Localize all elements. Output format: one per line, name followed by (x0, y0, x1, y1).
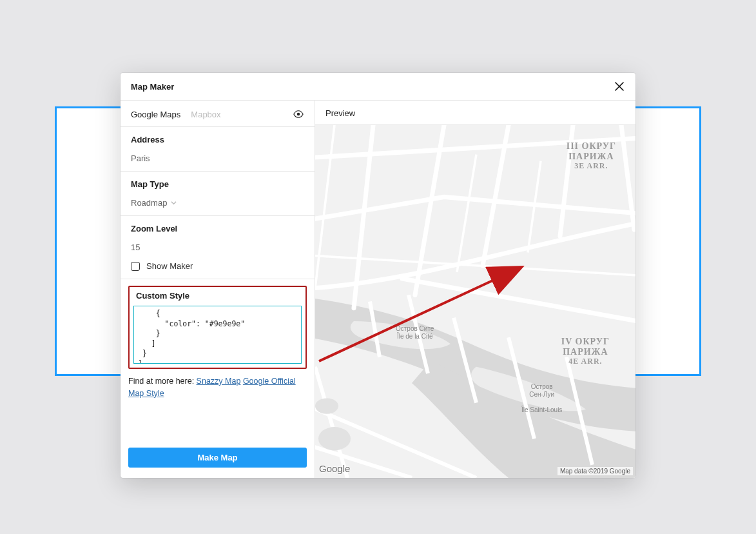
find-more-text: Find at more here: Snazzy Map Google Off… (128, 375, 307, 400)
preview-label: Preview (315, 101, 635, 125)
district-4-label: IV ОКРУГ ПАРИЖА 4E ARR. (561, 337, 610, 366)
dialog-title: Map Maker (131, 82, 174, 92)
dialog-header: Map Maker (121, 73, 635, 101)
tab-mapbox[interactable]: Mapbox (191, 110, 220, 119)
tabs-row: Google Maps Mapbox (121, 101, 315, 127)
custom-style-highlight: Custom Style { "color": "#9e9e9e" } ] } … (128, 286, 307, 369)
zoom-value[interactable]: 15 (131, 242, 304, 252)
find-more-prefix: Find at more here: (128, 377, 197, 386)
map-type-label: Map Type (131, 179, 304, 189)
ile-de-la-cite-label: Остров Сите Île de la Cité (396, 325, 434, 341)
custom-style-textarea[interactable]: { "color": "#9e9e9e" } ] } ] (133, 306, 302, 364)
show-marker-checkbox[interactable] (131, 262, 140, 271)
map-maker-dialog: Map Maker Google Maps Mapbox Address Par… (121, 73, 635, 478)
map-attribution: Map data ©2019 Google (557, 467, 633, 475)
svg-point-2 (318, 427, 351, 450)
section-map-type: Map Type Roadmap (121, 172, 315, 216)
link-snazzy-map[interactable]: Snazzy Map (197, 377, 241, 386)
preview-pane: Preview (315, 101, 635, 478)
google-logo: Google (319, 463, 350, 474)
preview-toggle-icon[interactable] (293, 108, 304, 120)
chevron-down-icon (171, 200, 177, 206)
svg-point-0 (297, 113, 300, 116)
map-type-value: Roadmap (131, 198, 167, 208)
close-icon (615, 82, 624, 91)
sidebar: Google Maps Mapbox Address Paris Map Typ… (121, 101, 315, 478)
svg-point-3 (315, 398, 338, 413)
section-zoom: Zoom Level 15 Show Maker (121, 216, 315, 279)
zoom-label: Zoom Level (131, 224, 304, 233)
address-label: Address (131, 135, 304, 144)
section-address: Address Paris (121, 127, 315, 172)
map-type-select[interactable]: Roadmap (131, 198, 304, 208)
map-canvas[interactable]: ІІІ ОКРУГ ПАРИЖА 3E ARR. IV ОКРУГ ПАРИЖА… (315, 125, 635, 478)
close-button[interactable] (614, 81, 625, 92)
map-svg (315, 125, 635, 478)
tab-google-maps[interactable]: Google Maps (131, 110, 180, 119)
custom-style-block: Custom Style { "color": "#9e9e9e" } ] } … (121, 279, 315, 478)
dialog-body: Google Maps Mapbox Address Paris Map Typ… (121, 101, 635, 478)
address-value[interactable]: Paris (131, 153, 304, 163)
show-marker-label: Show Maker (146, 261, 193, 271)
show-marker-row[interactable]: Show Maker (131, 261, 304, 271)
ile-saint-louis-label: Остров Сен-Луи Île Saint-Louis (521, 375, 562, 422)
district-3-label: ІІІ ОКРУГ ПАРИЖА 3E ARR. (567, 141, 616, 171)
make-map-button[interactable]: Make Map (128, 448, 307, 468)
eye-icon (293, 108, 304, 120)
custom-style-label: Custom Style (136, 291, 302, 301)
